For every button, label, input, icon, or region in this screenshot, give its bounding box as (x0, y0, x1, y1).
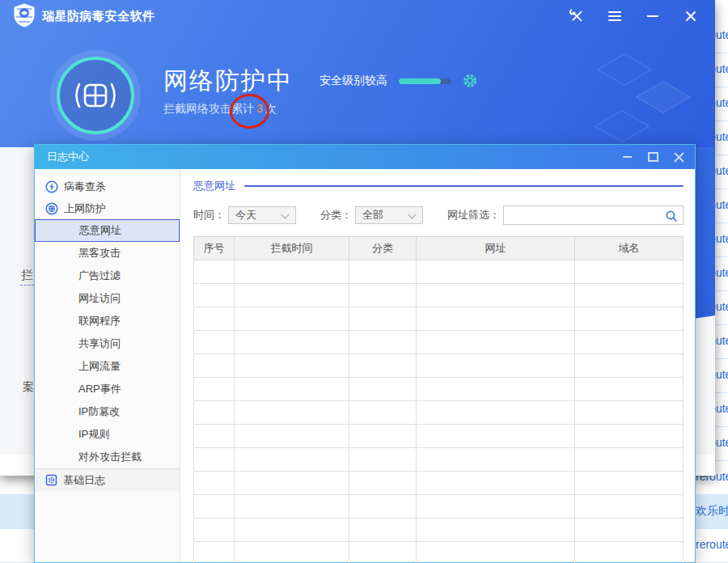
log-icon (45, 474, 57, 486)
col-category[interactable]: 分类 (349, 237, 417, 260)
sidebar-item-net-traffic[interactable]: 上网流量 (35, 355, 180, 378)
col-domain[interactable]: 域名 (575, 237, 684, 260)
section-rule (244, 185, 684, 187)
sidebar-group-net-protect[interactable]: 上网防护 (35, 197, 180, 219)
sidebar-item-network-programs[interactable]: 联网程序 (35, 310, 180, 332)
gear-icon[interactable] (462, 73, 478, 89)
col-index[interactable]: 序号 (194, 237, 235, 260)
protection-status: 网络防护中 安全级别较高 拦截网络攻击累计3次 (0, 45, 715, 146)
sidebar-item-url-access[interactable]: 网址访问 (35, 287, 180, 310)
table-row (194, 284, 684, 307)
log-sidebar: 病毒查杀 上网防护 恶意网址 黑客攻击 广告过滤 网址访问 联网程序 共享访问 … (35, 169, 180, 562)
section-title: 恶意网址 (193, 179, 235, 193)
dialog-title: 日志中心 (47, 150, 89, 164)
maximize-icon[interactable] (646, 150, 659, 163)
table-row (194, 401, 684, 425)
table-row (194, 260, 684, 284)
sidebar-group-basic-logs[interactable]: 基础日志 (35, 468, 180, 491)
red-circle-annotation (229, 92, 271, 129)
chevron-down-icon (408, 211, 417, 219)
time-filter-select[interactable]: 今天 (228, 206, 296, 224)
sidebar-item-outbound-attack[interactable]: 对外攻击拦截 (35, 446, 180, 468)
dialog-titlebar: 日志中心 (35, 145, 695, 169)
sidebar-item-ad-filter[interactable]: 广告过滤 (35, 265, 180, 287)
category-filter-label: 分类： (320, 208, 352, 222)
sidebar-item-malicious-urls[interactable]: 恶意网址 (35, 219, 180, 242)
app-title: 瑞星防病毒安全软件 (42, 9, 155, 24)
url-filter-input[interactable] (504, 206, 683, 224)
tools-icon[interactable] (569, 8, 585, 24)
close-icon[interactable] (672, 150, 685, 163)
url-filter-inputbox (503, 205, 684, 225)
sidebar-item-arp-events[interactable]: ARP事件 (35, 378, 180, 400)
table-row (194, 307, 684, 331)
sidebar-item-ip-rules[interactable]: IP规则 (35, 423, 180, 446)
table-row (194, 448, 684, 472)
covered-text-fragment: 拦 (21, 268, 33, 283)
log-table: 序号 拦截时间 分类 网址 域名 (193, 236, 684, 563)
table-row (194, 495, 684, 519)
minimize-icon[interactable] (620, 150, 633, 163)
col-block-time[interactable]: 拦截时间 (235, 237, 349, 260)
url-filter-label: 网址筛选： (447, 208, 500, 222)
col-url[interactable]: 网址 (417, 237, 575, 260)
virus-scan-icon (45, 180, 58, 193)
minimize-icon[interactable] (645, 8, 661, 24)
table-row (194, 425, 684, 448)
close-icon[interactable] (683, 8, 699, 24)
covered-text-fragment: 案 (23, 380, 34, 395)
table-row (194, 472, 684, 495)
network-shield-badge (49, 49, 142, 146)
category-filter-select[interactable]: 全部 (355, 206, 423, 224)
status-title: 网络防护中 (163, 65, 293, 98)
security-level-slider[interactable] (399, 78, 451, 84)
table-row (194, 542, 684, 563)
log-content: 恶意网址 时间： 今天 分类： 全部 网址筛选： (180, 169, 695, 562)
rising-shield-logo (13, 3, 36, 31)
filter-bar: 时间： 今天 分类： 全部 网址筛选： (193, 205, 684, 225)
search-icon[interactable] (665, 210, 678, 222)
table-header-row: 序号 拦截时间 分类 网址 域名 (194, 237, 684, 260)
dashed-underline-fragment (20, 285, 34, 286)
table-row (194, 354, 684, 378)
table-row (194, 378, 684, 401)
sidebar-item-hacker-attacks[interactable]: 黑客攻击 (35, 242, 180, 265)
chevron-down-icon (281, 211, 290, 219)
sidebar-item-shared-access[interactable]: 共享访问 (35, 332, 180, 355)
table-row (194, 519, 684, 542)
log-center-dialog: 日志中心 病毒查杀 (34, 144, 696, 563)
time-filter-label: 时间： (193, 208, 225, 222)
security-level-label: 安全级别较高 (320, 74, 387, 88)
net-protect-icon (45, 202, 58, 215)
app-titlebar: 瑞星防病毒安全软件 (0, 0, 715, 32)
sidebar-group-virus-scan[interactable]: 病毒查杀 (35, 176, 180, 197)
table-row (194, 331, 684, 354)
sidebar-item-ip-tamper[interactable]: IP防篡改 (35, 400, 180, 423)
menu-icon[interactable] (607, 8, 623, 24)
